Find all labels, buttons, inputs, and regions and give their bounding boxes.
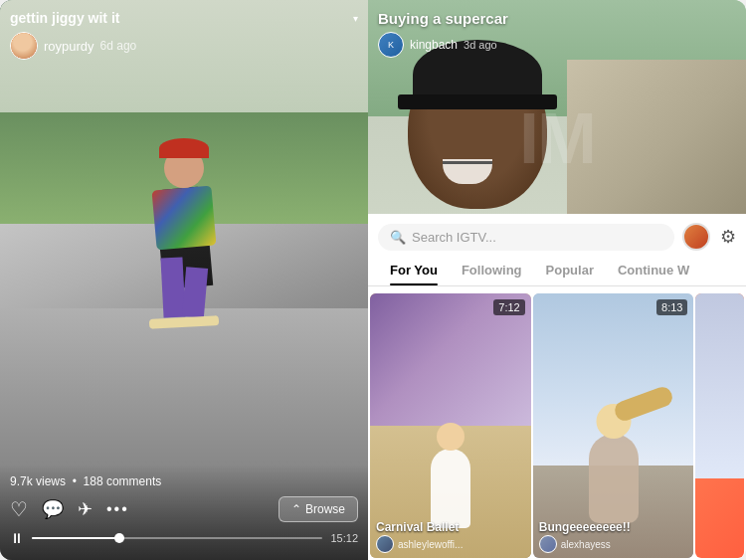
thumb-1-title: Carnival Ballet bbox=[376, 520, 459, 534]
left-user-avatar[interactable] bbox=[10, 32, 38, 60]
browse-arrow-icon: ⌃ bbox=[291, 502, 301, 516]
right-user-row: K kingbach 3d ago bbox=[378, 32, 497, 58]
left-progress-fill bbox=[32, 537, 119, 539]
left-views: 9.7k views bbox=[10, 474, 66, 488]
thumb-1-user-row: ashleylewoffi... bbox=[376, 535, 463, 553]
video-thumb-2[interactable]: 8:13 Bungeeeeeeee!! alexhayess bbox=[533, 293, 694, 558]
search-input-placeholder: Search IGTV... bbox=[412, 230, 496, 245]
browse-button[interactable]: ⌃ Browse bbox=[279, 496, 358, 522]
thumb-2-avatar bbox=[539, 535, 557, 553]
video-thumb-1[interactable]: 7:12 Carnival Ballet ashleylewoffi... bbox=[370, 293, 531, 558]
watermark: IM bbox=[519, 97, 595, 179]
right-igtv-panel: IM Buying a supercar K kingbach 3d ago 🔍… bbox=[368, 0, 746, 560]
pause-icon[interactable]: ⏸ bbox=[10, 530, 24, 546]
thumb-2-user-row: alexhayess bbox=[539, 535, 611, 553]
tab-following[interactable]: Following bbox=[450, 255, 534, 285]
thumb-2-title: Bungeeeeeeee!! bbox=[539, 520, 631, 534]
left-bottom-controls: 9.7k views • 188 comments ♡ 💬 ✈ ••• ⌃ Br… bbox=[0, 465, 368, 560]
video-thumb-3-partial[interactable] bbox=[695, 293, 744, 558]
profile-avatar-icon[interactable] bbox=[682, 223, 710, 251]
thumb-2-username: alexhayess bbox=[561, 539, 611, 550]
video-grid: 7:12 Carnival Ballet ashleylewoffi... 8:… bbox=[368, 291, 746, 560]
settings-icon[interactable]: ⚙ bbox=[720, 226, 736, 248]
tab-popular[interactable]: Popular bbox=[534, 255, 606, 285]
right-video-title: Buying a supercar bbox=[378, 10, 508, 27]
tab-for-you[interactable]: For You bbox=[378, 255, 450, 285]
left-action-bar: ♡ 💬 ✈ ••• ⌃ Browse bbox=[10, 496, 358, 522]
thumb-1-avatar bbox=[376, 535, 394, 553]
like-icon[interactable]: ♡ bbox=[10, 497, 28, 521]
left-progress-dot bbox=[114, 533, 124, 543]
right-top-icons: ⚙ bbox=[682, 223, 736, 251]
right-username[interactable]: kingbach bbox=[410, 38, 458, 52]
search-box[interactable]: 🔍 Search IGTV... bbox=[378, 224, 674, 251]
left-progress-bar[interactable] bbox=[32, 537, 322, 539]
left-username[interactable]: roypurdy bbox=[44, 39, 94, 54]
browse-label: Browse bbox=[305, 502, 345, 516]
igtv-tab-bar: For You Following Popular Continue W bbox=[368, 255, 746, 286]
more-options-icon[interactable]: ••• bbox=[106, 500, 129, 518]
left-video-title: gettin jiggy wit it bbox=[10, 10, 347, 26]
chevron-down-icon: ▾ bbox=[353, 13, 358, 24]
left-progress-row[interactable]: ⏸ 15:12 bbox=[10, 530, 358, 546]
send-icon[interactable]: ✈ bbox=[78, 498, 93, 520]
left-top-bar: gettin jiggy wit it ▾ bbox=[10, 10, 358, 26]
left-user-info: roypurdy 6d ago bbox=[10, 32, 136, 60]
tab-continue-watching[interactable]: Continue W bbox=[606, 255, 701, 285]
thumb-1-username: ashleylewoffi... bbox=[398, 539, 463, 550]
search-bar-container: 🔍 Search IGTV... ⚙ bbox=[368, 214, 746, 259]
left-stats: 9.7k views • 188 comments bbox=[10, 474, 358, 488]
right-user-avatar[interactable]: K bbox=[378, 32, 404, 58]
left-time-ago: 6d ago bbox=[100, 39, 137, 53]
left-comments-count: 188 comments bbox=[84, 474, 162, 488]
thumb-1-duration: 7:12 bbox=[493, 299, 524, 315]
search-icon: 🔍 bbox=[390, 230, 406, 245]
thumb-2-duration: 8:13 bbox=[656, 299, 687, 315]
left-duration: 15:12 bbox=[330, 532, 358, 544]
left-video-panel: gettin jiggy wit it ▾ roypurdy 6d ago 9.… bbox=[0, 0, 368, 560]
right-time-ago: 3d ago bbox=[464, 39, 497, 51]
comment-icon[interactable]: 💬 bbox=[42, 498, 64, 520]
